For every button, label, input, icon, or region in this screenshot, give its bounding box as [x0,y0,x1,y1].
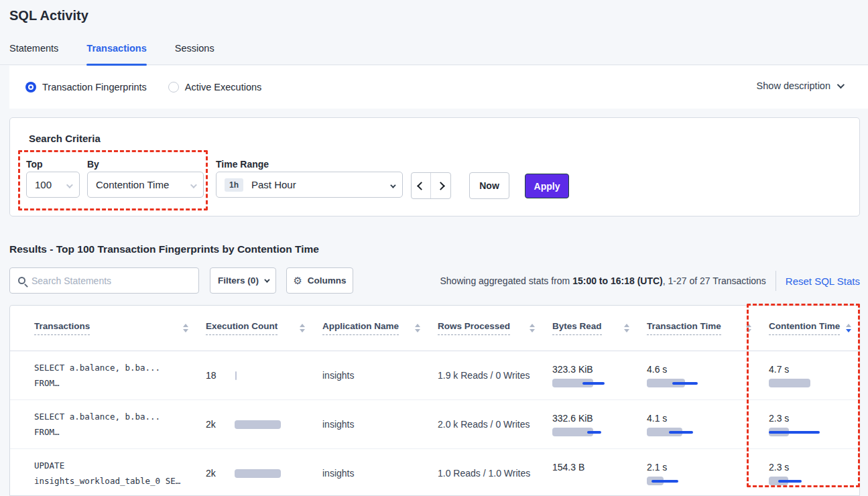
time-range-label: Time Range [216,159,269,170]
transactions-table: Transactions Execution Count Application… [9,305,860,496]
divider [776,271,776,291]
top-select[interactable]: 100 [26,172,80,198]
radio-active-executions[interactable]: Active Executions [168,82,261,92]
apply-button[interactable]: Apply [525,174,569,198]
top-label: Top [26,159,43,170]
contention-time-bar-chart [769,477,856,485]
chevron-down-icon [190,179,195,190]
transaction-fingerprint-link[interactable]: SELECT a.balance, b.ba... FROM… [34,360,206,391]
show-description-toggle[interactable]: Show description [757,80,843,91]
by-label: By [87,159,99,170]
tab-sessions[interactable]: Sessions [175,39,214,65]
tab-transactions[interactable]: Transactions [86,39,146,65]
show-description-label: Show description [757,80,830,91]
sort-icon [624,324,629,332]
radio-transaction-fingerprints[interactable]: Transaction Fingerprints [25,82,147,92]
column-header-contention-time[interactable]: Contention Time [769,321,859,335]
search-criteria-panel: Search Criteria Top 100 By Contention Ti… [9,117,860,216]
chevron-down-icon [66,179,71,190]
sort-icon [300,324,305,332]
contention-time-bar-chart [769,428,856,436]
prev-time-button[interactable] [412,173,431,198]
columns-button[interactable]: ⚙ Columns [286,267,353,294]
radio-selected-icon [25,82,36,92]
radio-label: Transaction Fingerprints [42,82,147,92]
stats-time-range: 15:00 to 16:18 (UTC) [572,275,663,286]
by-select-value: Contention Time [96,179,169,190]
transaction-time-cell: 4.6 s [647,364,769,387]
sort-icon [746,324,751,332]
rows-processed-cell: 2.0 k Reads / 0 Writes [438,419,552,430]
column-header-transactions[interactable]: Transactions [34,321,206,335]
filters-label: Filters (0) [218,275,259,286]
stats-text: Showing aggregated stats from 15:00 to 1… [440,275,765,286]
sort-icon [415,324,420,332]
execution-count-cell: 2k [206,419,322,430]
time-range-nav [411,172,451,199]
results-heading: Results - Top 100 Transaction Fingerprin… [9,243,319,255]
tab-statements[interactable]: Statements [9,39,58,65]
table-row: SELECT a.balance, b.ba... FROM… 2k insig… [10,400,859,449]
aggregated-stats: Showing aggregated stats from 15:00 to 1… [440,269,860,292]
bytes-read-cell: 154.3 B [552,462,647,485]
gear-icon: ⚙ [293,275,302,286]
time-range-select[interactable]: 1h Past Hour [216,172,403,198]
column-header-execution-count[interactable]: Execution Count [206,321,322,335]
execution-count-cell: 18 [206,370,322,381]
time-range-badge: 1h [225,178,243,192]
transaction-time-cell: 2.1 s [647,462,769,485]
contention-time-cell: 2.3 s [769,462,859,485]
sort-icon-active-desc [846,324,851,332]
contention-time-cell: 4.7 s [769,364,859,387]
view-toggle-bar: Transaction Fingerprints Active Executio… [9,66,868,109]
bytes-read-bar-chart [552,379,639,387]
execution-count-bar [235,420,281,429]
transaction-fingerprint-link[interactable]: SELECT a.balance, b.ba... FROM… [34,409,206,440]
bytes-read-cell: 332.6 KiB [552,413,647,436]
transaction-fingerprint-link[interactable]: UPDATE insights_workload_table_0 SE… [34,458,206,489]
search-statements-box [9,267,199,294]
reset-sql-stats-link[interactable]: Reset SQL Stats [786,275,860,287]
results-toolbar: Filters (0) ⚙ Columns Showing aggregated… [0,267,868,294]
bytes-read-bar-chart [552,477,639,485]
column-header-transaction-time[interactable]: Transaction Time [647,321,769,335]
radio-unselected-icon [168,82,179,92]
next-time-button[interactable] [431,173,450,198]
rows-processed-cell: 1.0 Reads / 1.0 Writes [438,468,552,479]
column-header-bytes-read[interactable]: Bytes Read [552,321,647,335]
columns-label: Columns [308,275,347,286]
contention-time-cell: 2.3 s [769,413,859,436]
sort-icon [183,324,188,332]
tab-bar: Statements Transactions Sessions [0,39,868,65]
execution-count-bar [235,371,237,380]
application-name-cell: insights [322,419,438,430]
transaction-time-bar-chart [647,477,734,485]
table-row: UPDATE insights_workload_table_0 SE… 2k … [10,449,859,496]
column-header-application-name[interactable]: Application Name [322,321,438,335]
column-header-rows-processed[interactable]: Rows Processed [438,321,552,335]
bytes-read-bar-chart [552,428,639,436]
search-icon [18,277,25,284]
chevron-down-icon [837,81,845,88]
application-name-cell: insights [322,370,438,381]
chevron-down-icon [264,277,269,282]
execution-count-cell: 2k [206,468,322,479]
now-button[interactable]: Now [469,172,509,199]
contention-time-bar-chart [769,379,856,387]
chevron-down-icon [390,179,394,190]
by-select[interactable]: Contention Time [87,172,204,198]
time-range-value: Past Hour [251,179,296,190]
page-title: SQL Activity [9,8,88,23]
filters-button[interactable]: Filters (0) [210,267,276,294]
chevron-right-icon [436,182,445,190]
transaction-time-bar-chart [647,379,734,387]
transaction-time-cell: 4.1 s [647,413,769,436]
table-header-row: Transactions Execution Count Application… [10,306,859,351]
top-select-value: 100 [35,179,52,190]
table-row: SELECT a.balance, b.ba... FROM… 18 insig… [10,351,859,400]
radio-label: Active Executions [185,82,261,92]
bytes-read-cell: 323.3 KiB [552,364,647,387]
search-statements-input[interactable] [32,275,190,286]
application-name-cell: insights [322,468,438,479]
execution-count-bar [235,469,281,478]
